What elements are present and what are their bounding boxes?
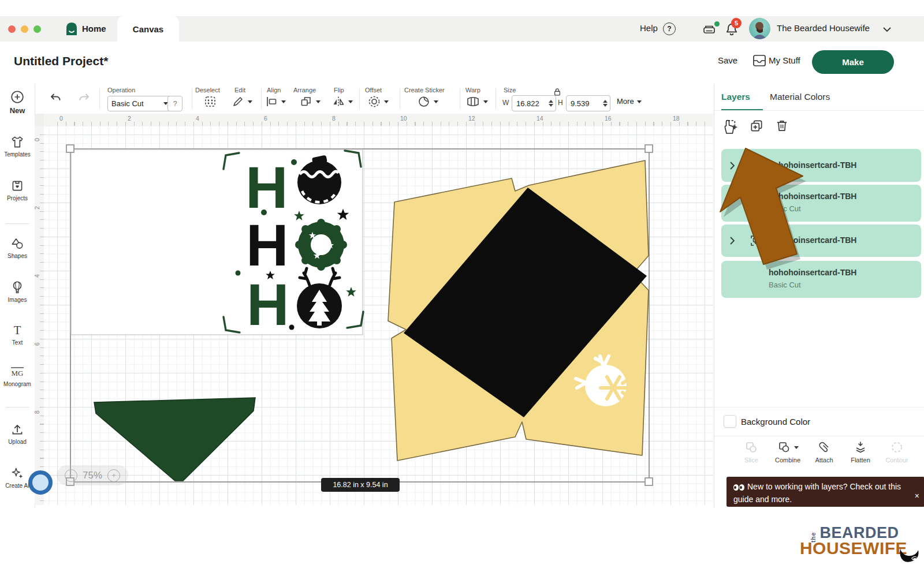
deselect-icon[interactable] [203,95,217,109]
close-window-button[interactable] [8,25,16,33]
tab-material-colors[interactable]: Material Colors [770,92,830,102]
help-link[interactable]: Help [640,23,658,33]
warp-menu[interactable] [465,95,488,109]
projects-icon [10,178,25,193]
arrange-icon [299,95,313,109]
canvas-artwork: H H H [44,126,713,505]
sidebar-item-upload[interactable]: Upload [0,422,35,445]
project-title: Untitled Project* [14,54,108,68]
avatar[interactable] [749,18,770,39]
sidebar-item-images[interactable]: Images [0,280,35,303]
offset-label: Offset [365,87,382,94]
my-stuff-button[interactable]: My Stuff [769,55,800,65]
edit-label: Edit [234,87,245,94]
help-icon[interactable]: ? [663,23,676,35]
pencil-icon [231,95,245,109]
design-canvas[interactable]: H H H [44,126,713,505]
my-stuff-icon[interactable] [752,54,766,67]
save-button[interactable]: Save [718,55,737,65]
svg-text:T: T [14,324,21,337]
layers-help-banner[interactable]: New to working with layers? Check out th… [726,477,924,507]
sidebar-item-projects[interactable]: Projects [0,178,35,201]
arrange-menu[interactable] [299,95,321,109]
deselect-label: Deselect [195,87,220,94]
notification-count-badge: 5 [731,18,742,28]
account-chevron-down-icon[interactable] [882,27,892,32]
align-icon [264,95,278,109]
width-label: W [502,99,509,107]
shapes-icon [10,236,25,251]
svg-text:MG: MG [12,369,24,377]
combine-button[interactable]: Combine [769,440,806,463]
watermark-housewife: HOUSEWIFE [796,539,911,558]
svg-text:H: H [247,272,289,338]
dot-green [291,159,297,165]
offset-icon [367,95,381,109]
operation-help-button[interactable]: ? [167,96,182,111]
create-sticker-menu[interactable] [417,95,438,109]
edit-menu[interactable] [231,95,252,109]
zoom-in-button[interactable]: + [107,469,120,482]
beard-icon [899,547,922,567]
tab-home[interactable]: Home [82,24,106,33]
make-button[interactable]: Make [812,50,894,74]
vertical-ruler: 02 46 8 [35,126,44,505]
tab-layers[interactable]: Layers [721,92,750,102]
zoom-control[interactable]: − 75% + [57,465,128,485]
contour-icon [890,440,904,454]
slice-button: Slice [733,440,770,463]
redo-icon[interactable] [76,92,91,106]
sidebar-item-new[interactable]: New [0,89,35,115]
svg-text:H: H [245,155,288,220]
operation-select[interactable]: Basic Cut [107,96,172,111]
offset-menu[interactable] [367,95,389,109]
sticker-icon [417,95,431,109]
hand-cursor-icon [722,119,736,134]
tshirt-icon [10,134,25,149]
title-bar: Home Canvas Help ? 5 The Bearded Housewi… [0,16,924,42]
annotation-arrow [690,115,823,283]
create-sticker-label: Create Sticker [404,87,445,94]
width-stepper[interactable] [549,100,553,107]
flip-icon [331,95,345,109]
attach-icon [817,440,831,454]
bearded-housewife-watermark: the BEARDED HOUSEWIFE [796,524,911,558]
height-input[interactable]: 9.539 [566,95,610,111]
background-color-label: Background Color [741,417,810,427]
height-stepper[interactable] [603,100,608,107]
flatten-icon [854,440,867,454]
tab-canvas[interactable]: Canvas [117,16,179,42]
zoom-level: 75% [83,470,102,481]
sidebar-item-shapes[interactable]: Shapes [0,236,35,259]
flatten-button[interactable]: Flatten [842,440,879,463]
monogram-icon: MG [9,364,26,379]
arrange-label: Arrange [293,87,316,94]
left-sidebar: New Templates Projects Shapes Images T T… [0,84,35,508]
attach-button[interactable]: Attach [806,440,843,463]
size-label: Size [504,87,516,94]
more-menu[interactable]: More [617,97,642,106]
align-menu[interactable] [264,95,286,109]
zoom-out-button[interactable]: − [65,469,77,482]
cricut-design-space-window: Home Canvas Help ? 5 The Bearded Housewi… [0,0,924,587]
background-color-swatch[interactable] [724,415,736,428]
envelope-shape[interactable] [388,160,649,461]
combine-icon [777,440,791,454]
balloon-icon [10,280,25,295]
recording-bubble [28,470,53,495]
dimensions-tooltip: 16.82 in x 9.54 in [321,478,400,492]
undo-icon[interactable] [49,92,64,106]
flip-menu[interactable] [331,95,353,109]
minimize-window-button[interactable] [21,25,28,33]
sidebar-item-templates[interactable]: Templates [0,134,35,158]
align-label: Align [267,87,281,94]
account-name[interactable]: The Bearded Housewife [777,23,870,33]
sidebar-item-monogram[interactable]: MG Monogram [0,364,35,387]
width-input[interactable]: 16.822 [512,95,556,111]
plus-circle-icon [10,89,25,104]
maximize-window-button[interactable] [33,25,41,33]
size-lock-icon[interactable] [552,87,562,96]
banner-close-icon[interactable]: × [915,491,919,502]
svg-text:H: H [246,212,289,278]
sidebar-item-text[interactable]: T Text [0,323,35,346]
